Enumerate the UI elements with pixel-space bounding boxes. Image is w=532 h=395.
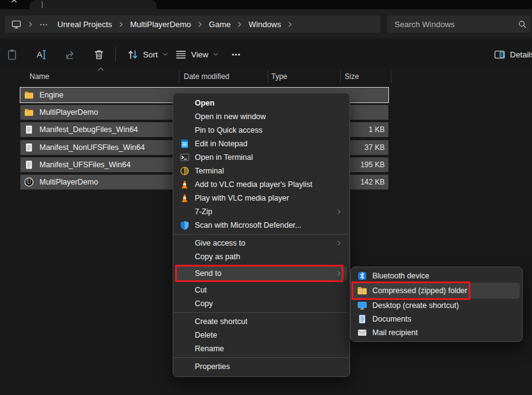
context-menu-item[interactable]: Rename xyxy=(173,342,350,356)
column-header-type[interactable]: Type xyxy=(271,72,287,81)
close-icon[interactable]: ✕ xyxy=(10,0,18,4)
breadcrumb-segment: Windows xyxy=(248,20,299,29)
text-cursor xyxy=(42,1,43,8)
search-box xyxy=(387,15,531,33)
context-menu-item[interactable]: Delete xyxy=(173,328,350,342)
svg-text:U: U xyxy=(27,179,31,185)
file-name: MultiPlayerDemo xyxy=(39,108,98,117)
breadcrumb-item[interactable]: Game xyxy=(209,20,231,29)
folder-icon xyxy=(24,107,34,117)
command-toolbar: A Sort View ••• Details xyxy=(0,38,532,69)
menu-item-label: Play with VLC media player xyxy=(195,194,289,202)
details-pane-button[interactable]: Details xyxy=(494,46,532,62)
submenu-item[interactable]: Mail recipient xyxy=(351,326,522,339)
context-menu-item[interactable]: Scan with Microsoft Defender... xyxy=(173,218,350,232)
column-header-date-modified[interactable]: Date modified xyxy=(184,72,229,81)
context-menu-item[interactable]: Edit in Notepad xyxy=(173,137,350,151)
breadcrumb-item[interactable]: MultiPlayerDemo xyxy=(130,20,191,29)
column-divider[interactable] xyxy=(391,70,391,83)
delete-button[interactable] xyxy=(93,46,105,62)
paste-icon xyxy=(6,49,18,60)
more-options-button[interactable]: ••• xyxy=(232,46,241,62)
context-menu-item[interactable]: Open in Terminal xyxy=(173,151,350,164)
menu-item-label: Desktop (create shortcut) xyxy=(372,301,459,310)
context-menu-item[interactable]: Properties xyxy=(173,360,350,373)
submenu-item[interactable]: Desktop (create shortcut) xyxy=(351,299,522,312)
chevron-right-icon xyxy=(287,21,293,28)
context-menu-item[interactable]: Add to VLC media player's Playlist xyxy=(173,178,350,191)
desktop-icon xyxy=(357,301,367,311)
view-button[interactable]: View xyxy=(175,46,219,62)
context-menu: Open Open in new window Pin to Quick acc… xyxy=(173,93,350,377)
breadcrumb-segment: Unreal Projects xyxy=(57,20,130,29)
column-divider[interactable] xyxy=(340,70,341,83)
context-menu-item[interactable]: Play with VLC media player xyxy=(173,191,350,205)
menu-item-label: Open in Terminal xyxy=(195,153,253,162)
explorer-tab[interactable] xyxy=(30,0,157,9)
bluetooth-icon xyxy=(357,271,367,281)
vlc-icon xyxy=(179,180,190,190)
menu-separator xyxy=(174,357,349,358)
context-menu-item[interactable]: Open in new window xyxy=(173,110,350,123)
rename-icon: A xyxy=(35,49,47,60)
view-icon xyxy=(175,49,187,60)
chevron-right-icon xyxy=(336,240,342,246)
share-button[interactable] xyxy=(65,46,76,62)
file-size: 195 KB xyxy=(361,160,388,169)
file-size: 37 KB xyxy=(364,143,388,152)
context-menu-item[interactable]: Cut xyxy=(173,283,350,297)
menu-item-label: Pin to Quick access xyxy=(195,126,263,135)
context-menu-item[interactable]: Open xyxy=(173,96,350,110)
menu-separator xyxy=(174,312,349,313)
context-menu-item[interactable]: Terminal xyxy=(173,164,350,178)
rename-button[interactable]: A xyxy=(35,46,47,62)
search-input[interactable] xyxy=(387,20,518,29)
context-menu-item[interactable]: Copy xyxy=(173,297,350,310)
context-menu-item[interactable]: 7-Zip xyxy=(173,205,350,218)
breadcrumb-item[interactable]: Windows xyxy=(248,20,281,29)
breadcrumb-overflow[interactable]: ⋯ xyxy=(39,19,49,29)
column-header-name[interactable]: Name xyxy=(30,72,49,81)
chevron-right-icon xyxy=(27,21,34,28)
menu-item-label: Mail recipient xyxy=(372,328,418,337)
sort-button[interactable]: Sort xyxy=(127,46,168,62)
file-icon xyxy=(24,125,34,135)
menu-item-label: Copy xyxy=(195,299,213,308)
context-menu-item[interactable]: Give access to xyxy=(173,236,350,250)
breadcrumb-segment: Game xyxy=(209,20,248,29)
submenu-item[interactable]: Documents xyxy=(351,312,522,326)
paste-button[interactable] xyxy=(6,46,18,62)
menu-item-label: Open in new window xyxy=(195,112,266,121)
monitor-icon[interactable] xyxy=(11,19,22,30)
menu-item-label: Add to VLC media player's Playlist xyxy=(195,180,313,189)
context-menu-item[interactable]: Copy as path xyxy=(173,250,350,264)
toolbar-divider xyxy=(115,47,116,61)
submenu-item[interactable]: Bluetooth device xyxy=(351,269,522,283)
menu-item-label: Documents xyxy=(372,315,411,323)
context-menu-item[interactable]: Pin to Quick access xyxy=(173,123,350,137)
breadcrumb[interactable]: ⋯ Unreal Projects MultiPlayerDemo Game W… xyxy=(5,15,380,33)
unreal-icon: U xyxy=(24,177,34,187)
file-explorer-window: ✕ ⋯ Unreal Projects MultiPlayerDemo Game xyxy=(0,0,532,395)
context-menu-item[interactable]: Create shortcut xyxy=(173,315,350,328)
menu-item-label: Bluetooth device xyxy=(372,272,429,280)
menu-item-label: Scan with Microsoft Defender... xyxy=(195,221,301,230)
menu-item-label: 7-Zip xyxy=(195,207,212,216)
search-icon xyxy=(518,20,527,29)
column-divider[interactable] xyxy=(179,70,179,83)
menu-item-label: Terminal xyxy=(195,167,224,175)
address-bar: ⋯ Unreal Projects MultiPlayerDemo Game W… xyxy=(0,9,532,38)
chevron-down-icon xyxy=(162,51,168,57)
context-menu-item[interactable]: Send to xyxy=(173,267,350,280)
breadcrumb-item[interactable]: Unreal Projects xyxy=(57,20,112,29)
menu-item-label: Delete xyxy=(195,331,217,339)
details-pane-icon xyxy=(494,49,505,60)
menu-item-label: Compressed (zipped) folder xyxy=(372,286,467,295)
tab-strip: ✕ xyxy=(0,0,532,9)
ellipsis-icon: ••• xyxy=(232,51,241,58)
column-header-size[interactable]: Size xyxy=(345,72,359,81)
column-divider[interactable] xyxy=(268,70,268,83)
terminal-gold-icon xyxy=(179,166,190,177)
submenu-item[interactable]: Compressed (zipped) folder xyxy=(351,283,522,299)
sort-icon xyxy=(127,49,139,60)
